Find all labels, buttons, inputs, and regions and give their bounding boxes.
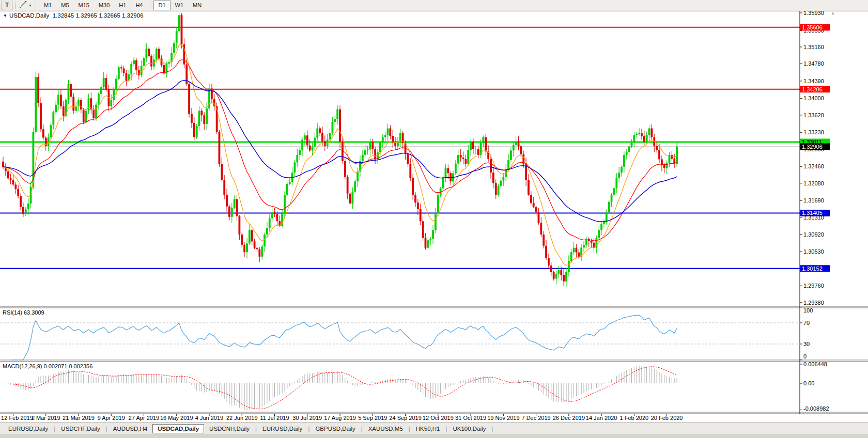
candle-body xyxy=(264,234,266,246)
candle-body xyxy=(336,110,338,119)
timeframe-button-m30[interactable]: M30 xyxy=(94,1,114,10)
candle-body xyxy=(520,146,522,154)
timeframe-button-h4[interactable]: H4 xyxy=(131,1,147,10)
candle-body xyxy=(206,108,208,124)
chevron-down-icon[interactable]: ▼ xyxy=(28,4,32,7)
chart-tab-eurusd-daily[interactable]: EURUSD,Daily xyxy=(3,425,53,433)
candle-body xyxy=(181,15,183,44)
chart-tab-xauusd-m5[interactable]: XAUUSD,M5 xyxy=(363,425,408,433)
date-tick-label: 1 Feb 2020 xyxy=(620,415,649,421)
candle-body xyxy=(557,270,560,274)
timeframe-button-d1[interactable]: D1 xyxy=(153,1,170,10)
candle-body xyxy=(63,106,65,116)
candle-body xyxy=(591,241,593,243)
date-tick-label: 21 Mar 2019 xyxy=(63,415,95,421)
price-tick-label: 1.34390 xyxy=(803,78,824,84)
candle-body xyxy=(437,195,439,213)
candle-body xyxy=(568,261,570,272)
timeframe-button-m1[interactable]: M1 xyxy=(39,1,56,10)
candle-body xyxy=(445,168,447,177)
level-price-label-text: 1.31405 xyxy=(802,210,823,216)
chart-tab-gbpusd-daily[interactable]: GBPUSD,Daily xyxy=(310,425,360,433)
candle-body xyxy=(553,272,555,279)
price-tick-label: 1.35160 xyxy=(803,44,824,50)
chart-canvas[interactable]: 1.359301.355301.351601.347801.343901.340… xyxy=(0,0,868,438)
candle-body xyxy=(611,195,613,202)
candle-body xyxy=(540,223,542,234)
candle-body xyxy=(294,162,296,173)
candle-body xyxy=(228,207,230,217)
chart-tab-usdcad-daily[interactable]: USDCAD,Daily xyxy=(152,424,204,433)
candle-body xyxy=(412,178,414,195)
timeframe-button-h1[interactable]: H1 xyxy=(114,1,131,10)
timeframe-button-w1[interactable]: W1 xyxy=(171,1,189,10)
top-toolbar: T ▼ M1M5M15M30H1H4D1W1MN xyxy=(0,0,868,11)
chart-tab-usdchf-daily[interactable]: USDCHF,Daily xyxy=(56,425,105,433)
chart-tab-eurusd-daily[interactable]: EURUSD,Daily xyxy=(257,425,307,433)
candle-body xyxy=(14,184,17,189)
candle-body xyxy=(573,248,575,252)
candle-body xyxy=(467,150,469,164)
candle-body xyxy=(113,89,115,100)
candle-body xyxy=(85,111,87,122)
symbol-name: USDCAD,Daily xyxy=(9,12,49,19)
price-tick-label: 1.33230 xyxy=(803,129,824,135)
candle-body xyxy=(409,164,411,178)
candle-body xyxy=(266,228,268,234)
candle-body xyxy=(98,94,100,105)
date-tick-label: 16 May 2019 xyxy=(160,415,193,421)
candle-body xyxy=(188,84,190,114)
text-tool-button[interactable]: T xyxy=(2,1,12,10)
candle-body xyxy=(57,95,59,104)
cursor-tool-button[interactable]: ▼ xyxy=(19,1,33,10)
candle-body xyxy=(88,98,90,111)
timeframe-button-group: M1M5M15M30H1H4D1W1MN xyxy=(39,1,206,10)
timeframe-button-m5[interactable]: M5 xyxy=(56,1,73,10)
candle-body xyxy=(432,230,434,239)
candle-body xyxy=(254,241,256,247)
date-tick-label: 19 Nov 2019 xyxy=(487,415,519,421)
candle-body xyxy=(135,60,137,70)
candle-body xyxy=(221,164,223,180)
candle-body xyxy=(274,212,276,214)
candle-body xyxy=(191,114,193,123)
timeframe-button-m15[interactable]: M15 xyxy=(74,1,94,10)
candle-body xyxy=(384,135,386,137)
candle-body xyxy=(256,248,258,249)
current-price-label-text: 1.32906 xyxy=(802,144,823,150)
date-tick-label: 9 Apr 2019 xyxy=(98,415,125,421)
chart-tab-hk50-h1[interactable]: HK50,H1 xyxy=(411,425,445,433)
date-tick-label: 27 Apr 2019 xyxy=(129,415,159,421)
candle-body xyxy=(510,150,512,160)
date-tick-label: 22 Jun 2019 xyxy=(226,415,258,421)
chart-background xyxy=(0,11,868,412)
candle-body xyxy=(576,248,578,253)
timeframe-button-mn[interactable]: MN xyxy=(188,1,206,10)
chart-tab-uk100-daily[interactable]: UK100,Daily xyxy=(447,425,491,433)
price-tick-label: 1.29760 xyxy=(803,283,824,289)
candle-body xyxy=(249,230,251,243)
candle-body xyxy=(500,181,502,186)
candle-body xyxy=(387,129,389,135)
candle-body xyxy=(158,49,160,58)
candle-body xyxy=(115,79,117,90)
candle-body xyxy=(621,167,623,173)
rsi-tick-label: 0 xyxy=(803,353,807,359)
chart-tab-usdcnh-daily[interactable]: USDCNH,Daily xyxy=(204,425,255,433)
candle-body xyxy=(258,249,260,257)
chart-tab-audusd-h4[interactable]: AUDUSD,H4 xyxy=(108,425,152,433)
macd-tick-label: 0.00 xyxy=(803,380,814,386)
candle-body xyxy=(477,149,479,155)
candle-body xyxy=(608,202,610,213)
candle-body xyxy=(455,164,457,174)
candle-body xyxy=(379,143,381,152)
axis-scroll-nub: ▲ xyxy=(831,11,835,15)
candle-body xyxy=(538,212,540,223)
date-tick-label: 2 Mar 2019 xyxy=(32,415,60,421)
candle-body xyxy=(126,73,128,81)
candle-body xyxy=(37,77,39,103)
candle-body xyxy=(374,149,376,160)
symbol-dropdown-icon[interactable]: ▼ xyxy=(3,13,7,18)
candle-body xyxy=(507,160,509,169)
candle-body xyxy=(427,240,429,248)
